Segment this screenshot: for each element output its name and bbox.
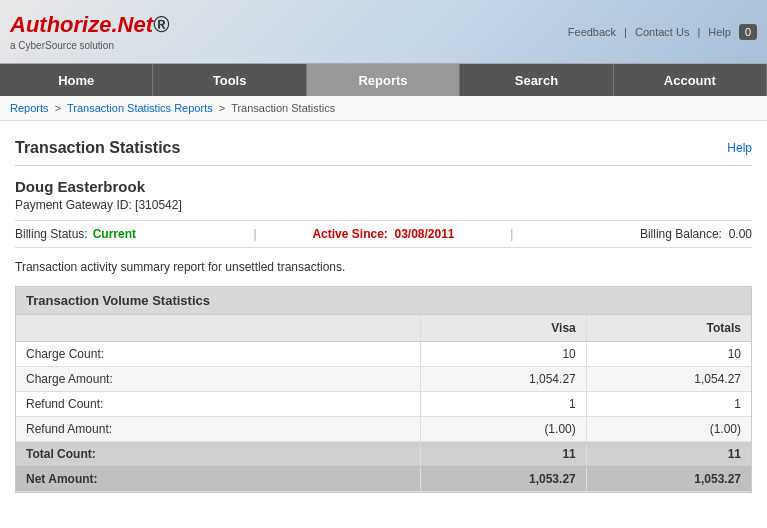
stats-table: Visa Totals Charge Count: 10 10 Charge A… xyxy=(16,315,751,492)
billing-row: Billing Status: Current | Active Since: … xyxy=(15,220,752,248)
logo-area: Authorize.Net® a CyberSource solution xyxy=(10,12,169,51)
breadcrumb-stats-reports[interactable]: Transaction Statistics Reports xyxy=(67,102,213,114)
col-totals: Totals xyxy=(586,315,751,342)
logo-authorize: Authorize xyxy=(10,12,111,37)
row-visa-0: 10 xyxy=(420,342,586,367)
logo-main: Authorize.Net® xyxy=(10,12,169,38)
nav-home[interactable]: Home xyxy=(0,64,153,96)
active-since-label: Active Since: xyxy=(312,227,387,241)
col-visa: Visa xyxy=(420,315,586,342)
net-amount-row: Net Amount: 1,053.27 1,053.27 xyxy=(16,467,751,492)
row-totals-1: 1,054.27 xyxy=(586,367,751,392)
billing-balance-value: 0.00 xyxy=(729,227,752,241)
net-totals: 1,053.27 xyxy=(586,467,751,492)
contact-link[interactable]: Contact Us xyxy=(635,26,689,38)
table-header-row: Visa Totals xyxy=(16,315,751,342)
page-title: Transaction Statistics xyxy=(15,139,180,157)
table-row: Refund Count: 1 1 xyxy=(16,392,751,417)
header-right: Feedback | Contact Us | Help 0 xyxy=(568,24,757,40)
breadcrumb-reports[interactable]: Reports xyxy=(10,102,49,114)
page-content: Transaction Statistics Help Doug Easterb… xyxy=(0,121,767,503)
billing-status: Billing Status: Current xyxy=(15,227,239,241)
page-title-row: Transaction Statistics Help xyxy=(15,131,752,166)
logo-net: Net xyxy=(118,12,153,37)
net-visa: 1,053.27 xyxy=(420,467,586,492)
table-section: Transaction Volume Statistics Visa Total… xyxy=(15,286,752,493)
summary-text: Transaction activity summary report for … xyxy=(15,260,752,274)
col-label xyxy=(16,315,420,342)
breadcrumb: Reports > Transaction Statistics Reports… xyxy=(0,96,767,121)
logo-sub: a CyberSource solution xyxy=(10,40,169,51)
table-section-title: Transaction Volume Statistics xyxy=(16,287,751,315)
help-header-link[interactable]: Help xyxy=(708,26,731,38)
cart-icon[interactable]: 0 xyxy=(739,24,757,40)
billing-status-value: Current xyxy=(93,227,136,241)
billing-sep-1: | xyxy=(254,227,257,241)
total-count-row: Total Count: 11 11 xyxy=(16,442,751,467)
row-label-1: Charge Amount: xyxy=(16,367,420,392)
nav-tools[interactable]: Tools xyxy=(153,64,306,96)
table-row: Refund Amount: (1.00) (1.00) xyxy=(16,417,751,442)
help-link[interactable]: Help xyxy=(727,141,752,155)
row-visa-3: (1.00) xyxy=(420,417,586,442)
feedback-link[interactable]: Feedback xyxy=(568,26,616,38)
nav-search[interactable]: Search xyxy=(460,64,613,96)
row-label-2: Refund Count: xyxy=(16,392,420,417)
total-label: Total Count: xyxy=(16,442,420,467)
row-label-0: Charge Count: xyxy=(16,342,420,367)
table-row: Charge Amount: 1,054.27 1,054.27 xyxy=(16,367,751,392)
nav-bar: Home Tools Reports Search Account xyxy=(0,64,767,96)
row-visa-2: 1 xyxy=(420,392,586,417)
net-label: Net Amount: xyxy=(16,467,420,492)
user-name: Doug Easterbrook xyxy=(15,178,752,195)
total-visa: 11 xyxy=(420,442,586,467)
nav-account[interactable]: Account xyxy=(614,64,767,96)
nav-reports[interactable]: Reports xyxy=(307,64,460,96)
total-totals: 11 xyxy=(586,442,751,467)
billing-status-label: Billing Status: xyxy=(15,227,88,241)
row-totals-2: 1 xyxy=(586,392,751,417)
row-totals-0: 10 xyxy=(586,342,751,367)
billing-balance: Billing Balance: 0.00 xyxy=(528,227,752,241)
billing-sep-2: | xyxy=(510,227,513,241)
row-totals-3: (1.00) xyxy=(586,417,751,442)
row-label-3: Refund Amount: xyxy=(16,417,420,442)
gateway-id: Payment Gateway ID: [310542] xyxy=(15,198,752,212)
table-row: Charge Count: 10 10 xyxy=(16,342,751,367)
active-since-value: 03/08/2011 xyxy=(394,227,454,241)
row-visa-1: 1,054.27 xyxy=(420,367,586,392)
header: Authorize.Net® a CyberSource solution Fe… xyxy=(0,0,767,64)
active-since: Active Since: 03/08/2011 xyxy=(272,227,496,241)
billing-balance-label: Billing Balance: xyxy=(640,227,722,241)
breadcrumb-current: Transaction Statistics xyxy=(231,102,335,114)
